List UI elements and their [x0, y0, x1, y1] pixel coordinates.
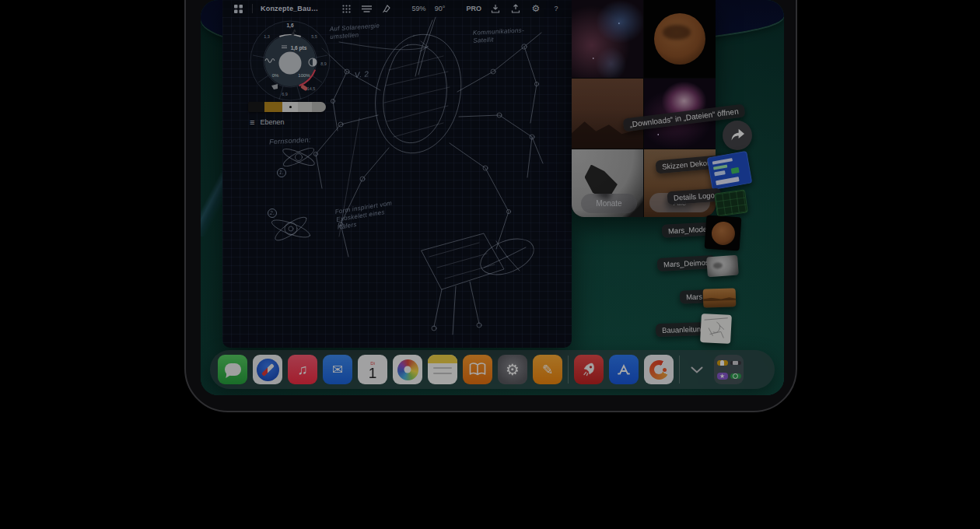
drag-thumb-green-plate[interactable]	[714, 189, 748, 216]
drag-thumb-mars-landscape[interactable]	[703, 288, 737, 307]
drag-thumb-decal-sheet[interactable]	[707, 151, 753, 190]
drag-thumb-mars-model[interactable]	[705, 215, 742, 250]
drag-thumb-deimos[interactable]	[706, 255, 739, 278]
share-arrow-badge	[723, 121, 752, 150]
drag-thumb-instructions-sketch[interactable]	[700, 314, 732, 344]
ipad-device: Auf Solarenergie umstellen Kommunikation…	[184, 0, 797, 412]
drag-label-details-logo[interactable]: Details Logo	[667, 188, 721, 205]
ipad-screen: Auf Solarenergie umstellen Kommunikation…	[201, 0, 784, 395]
drag-session-layer: „Downloads“ in „Dateien“ öffnen Skizzen …	[201, 0, 784, 395]
